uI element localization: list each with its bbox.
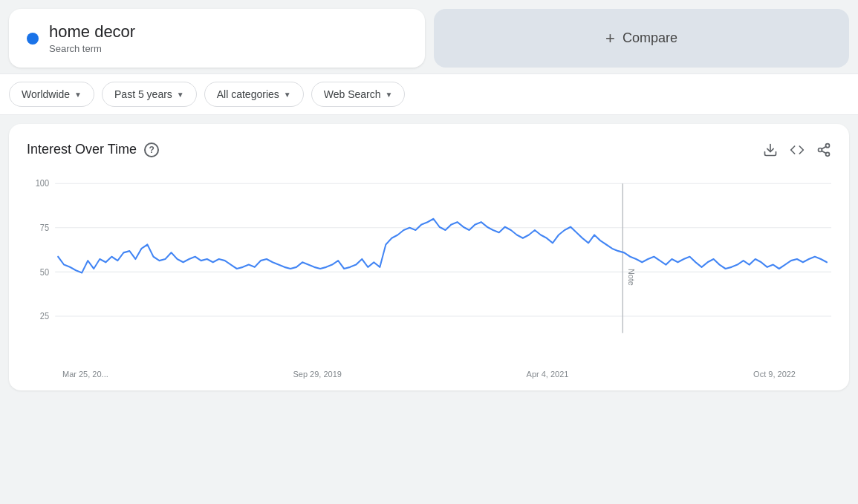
- svg-text:Note: Note: [627, 269, 635, 286]
- search-term-card: home decor Search term: [9, 9, 425, 68]
- svg-text:75: 75: [40, 223, 49, 232]
- embed-icon[interactable]: [790, 143, 805, 157]
- svg-line-4: [822, 151, 826, 153]
- top-section: home decor Search term + Compare: [0, 0, 858, 73]
- chart-card: Interest Over Time ?: [9, 124, 849, 390]
- chart-container: 100 75 50 25 Note: [27, 172, 831, 365]
- category-filter[interactable]: All categories ▼: [204, 82, 304, 107]
- term-type: Search term: [49, 43, 135, 54]
- x-label-4: Oct 9, 2022: [753, 370, 796, 379]
- category-chevron-icon: ▼: [284, 91, 291, 99]
- share-icon[interactable]: [816, 143, 831, 157]
- x-labels: Mar 25, 20... Sep 29, 2019 Apr 4, 2021 O…: [27, 370, 831, 379]
- chart-title-group: Interest Over Time ?: [27, 142, 159, 157]
- time-filter-label: Past 5 years: [114, 88, 172, 100]
- search-type-chevron-icon: ▼: [385, 91, 392, 99]
- svg-text:100: 100: [36, 180, 49, 189]
- download-icon[interactable]: [763, 143, 778, 157]
- compare-label: Compare: [623, 30, 677, 46]
- location-chevron-icon: ▼: [74, 91, 82, 99]
- time-chevron-icon: ▼: [177, 91, 184, 99]
- time-filter[interactable]: Past 5 years ▼: [102, 82, 197, 107]
- location-filter-label: Worldwide: [22, 88, 70, 100]
- category-filter-label: All categories: [217, 88, 279, 100]
- chart-title: Interest Over Time: [27, 142, 137, 157]
- search-type-filter-label: Web Search: [324, 88, 381, 100]
- search-term-dot: [27, 33, 39, 45]
- x-label-2: Sep 29, 2019: [293, 370, 341, 379]
- plus-icon: +: [605, 29, 615, 48]
- location-filter[interactable]: Worldwide ▼: [9, 82, 94, 107]
- filters-row: Worldwide ▼ Past 5 years ▼ All categorie…: [0, 73, 858, 115]
- x-label-1: Mar 25, 20...: [62, 370, 108, 379]
- svg-line-5: [822, 146, 826, 148]
- help-icon[interactable]: ?: [144, 143, 159, 157]
- x-label-3: Apr 4, 2021: [527, 370, 569, 379]
- search-term-text: home decor Search term: [49, 22, 135, 54]
- compare-card[interactable]: + Compare: [434, 9, 849, 68]
- svg-text:50: 50: [40, 268, 49, 277]
- chart-actions: [763, 143, 831, 157]
- main-content: Interest Over Time ?: [0, 115, 858, 399]
- chart-header: Interest Over Time ?: [27, 142, 831, 157]
- term-name: home decor: [49, 22, 135, 42]
- svg-text:25: 25: [40, 312, 49, 321]
- search-type-filter[interactable]: Web Search ▼: [311, 82, 406, 107]
- chart-svg: 100 75 50 25 Note: [27, 172, 831, 365]
